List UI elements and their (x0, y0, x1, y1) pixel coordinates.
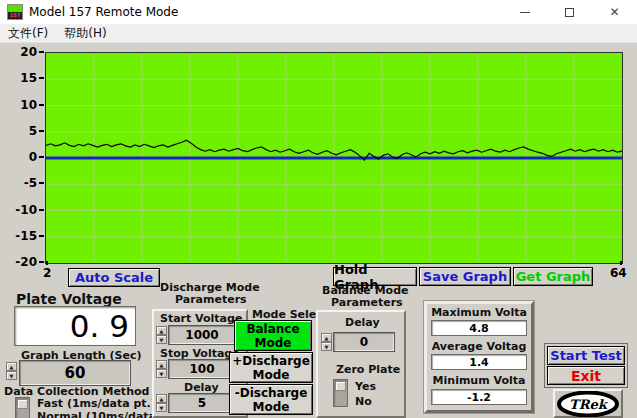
graph-length-field[interactable]: 60 (19, 360, 131, 386)
discharge-delay-stepper[interactable]: ▲▼ (156, 394, 167, 412)
max-voltage-value: 4.8 (431, 320, 527, 336)
title-bar: 157 Model 157 Remote Mode ✕ (0, 0, 637, 24)
menu-file[interactable]: 文件(F) (0, 25, 56, 42)
minimize-button[interactable] (502, 0, 547, 24)
start-test-button[interactable]: Start Test (547, 346, 625, 365)
y-tick-label: -10 (15, 203, 44, 217)
zero-plate-option-no[interactable]: No (355, 395, 372, 408)
plate-voltage-label: Plate Voltage (16, 291, 122, 307)
y-tick-label: 5 (29, 124, 44, 138)
data-collection-option-fast[interactable]: Fast (1ms/data pt.) (37, 397, 156, 410)
balance-delay-stepper[interactable]: ▲▼ (321, 333, 332, 351)
auto-scale-button[interactable]: Auto Scale (68, 268, 160, 287)
get-graph-button[interactable]: Get Graph (513, 267, 593, 286)
negative-discharge-mode-button[interactable]: -DischargeMode (229, 384, 313, 415)
balance-mode-button[interactable]: BalanceMode (234, 320, 312, 351)
avg-voltage-value: 1.4 (431, 354, 527, 370)
positive-discharge-mode-button[interactable]: +DischargeMode (229, 352, 313, 383)
stop-voltage-stepper[interactable]: ▲▼ (156, 360, 167, 378)
y-axis-labels: 20151050-5-10-15-20 (0, 52, 44, 264)
start-voltage-stepper[interactable]: ▲▼ (156, 326, 167, 344)
max-voltage-label: Maximum Volta (429, 306, 529, 319)
menu-help[interactable]: 帮助(H) (56, 25, 114, 42)
y-tick-label: -5 (24, 176, 44, 190)
x-axis-end-label: 64 (610, 266, 627, 280)
zero-plate-option-yes[interactable]: Yes (355, 380, 376, 393)
voltage-graph (45, 52, 623, 264)
y-tick-label: -15 (15, 229, 44, 243)
x-axis-start-label: 2 (43, 266, 51, 280)
plate-voltage-display: 0. 9 (14, 306, 136, 346)
balance-params-title-line2: Parameters (331, 296, 403, 309)
data-collection-switch[interactable] (15, 397, 30, 418)
svg-text:TRek: TRek (569, 397, 609, 412)
y-tick-label: 20 (20, 45, 44, 59)
min-voltage-label: Minimum Volta (429, 374, 529, 387)
maximize-button[interactable] (547, 0, 592, 24)
graph-length-stepper[interactable]: ▲▼ (6, 362, 17, 380)
stop-voltage-field[interactable]: 100 (168, 359, 236, 379)
save-graph-button[interactable]: Save Graph (419, 267, 511, 286)
avg-voltage-label: Average Voltag (429, 340, 529, 353)
trek-logo-image: TRek (557, 391, 619, 417)
zero-plate-label: Zero Plate (336, 363, 400, 376)
app-window: 157 Model 157 Remote Mode ✕ 文件(F) 帮助(H) … (0, 0, 637, 418)
min-voltage-value: -1.2 (431, 389, 527, 405)
y-tick-label: 0 (29, 150, 44, 164)
start-voltage-label: Start Voltage (160, 312, 242, 325)
y-tick-label: 15 (20, 71, 44, 85)
window-title: Model 157 Remote Mode (29, 5, 178, 19)
close-button[interactable]: ✕ (592, 0, 637, 24)
balance-delay-label: Delay (345, 316, 380, 329)
y-tick-label: 10 (20, 98, 44, 112)
discharge-params-title-line2: Parameters (175, 293, 247, 306)
trek-logo: TRek (553, 389, 623, 418)
start-voltage-field[interactable]: 1000 (168, 325, 236, 345)
y-tick-label: -20 (15, 255, 44, 269)
graph-plot-area (46, 53, 622, 263)
exit-button[interactable]: Exit (547, 366, 625, 385)
menu-bar: 文件(F) 帮助(H) (0, 24, 637, 43)
balance-delay-field[interactable]: 0 (333, 332, 395, 352)
app-icon: 157 (7, 4, 23, 20)
zero-plate-switch[interactable] (333, 379, 348, 407)
discharge-delay-field[interactable]: 5 (168, 393, 236, 413)
